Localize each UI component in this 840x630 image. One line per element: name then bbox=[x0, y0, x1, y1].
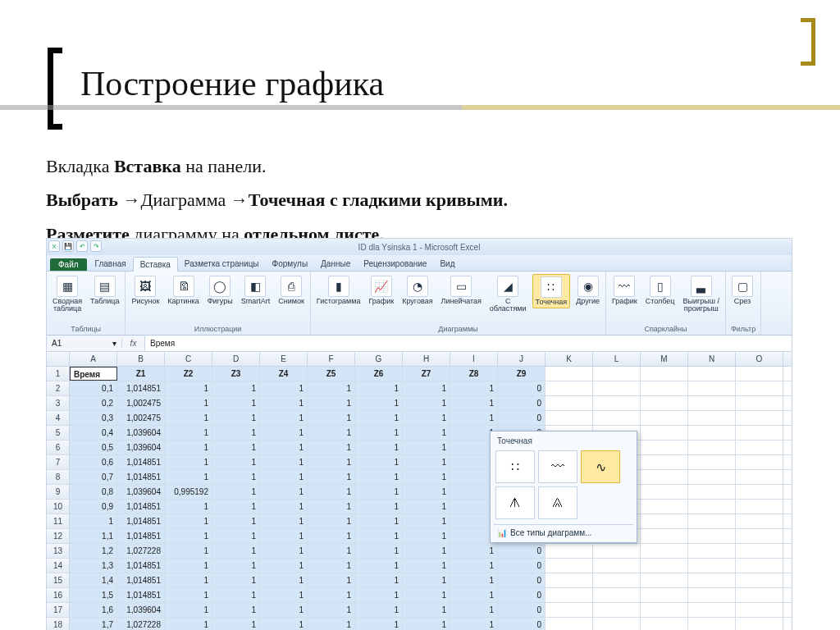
col-header-A[interactable]: A bbox=[70, 352, 117, 366]
row-header[interactable]: 16 bbox=[47, 588, 70, 602]
cell[interactable]: 1 bbox=[70, 514, 117, 528]
cell[interactable] bbox=[593, 603, 641, 617]
excel-icon[interactable]: X bbox=[48, 240, 60, 252]
cell[interactable]: 1 bbox=[165, 455, 212, 469]
cell[interactable]: 1 bbox=[355, 455, 403, 469]
cell[interactable]: 1,5 bbox=[70, 588, 117, 602]
cell[interactable]: 1 bbox=[308, 588, 355, 602]
cell[interactable]: 1 bbox=[165, 500, 212, 514]
cell[interactable] bbox=[688, 514, 736, 528]
cell[interactable]: 1 bbox=[260, 559, 308, 573]
cell[interactable]: 1 bbox=[308, 470, 355, 484]
cell[interactable]: 0,3 bbox=[70, 411, 117, 425]
cell[interactable]: 1,039604 bbox=[117, 426, 165, 440]
cell[interactable] bbox=[688, 426, 736, 440]
col-header-O[interactable]: O bbox=[736, 352, 783, 366]
cell[interactable]: 1 bbox=[260, 573, 308, 587]
cell[interactable]: 1 bbox=[308, 529, 355, 543]
cell[interactable]: 1 bbox=[355, 559, 403, 573]
cell[interactable]: 1,014851 bbox=[117, 529, 165, 543]
cell[interactable] bbox=[736, 485, 783, 499]
col-header-C[interactable]: C bbox=[165, 352, 212, 366]
cell[interactable]: 1 bbox=[165, 529, 212, 543]
cell[interactable] bbox=[593, 544, 641, 558]
cell[interactable]: 1 bbox=[450, 544, 498, 558]
col-header-B[interactable]: B bbox=[117, 352, 165, 366]
cell[interactable]: 1 bbox=[260, 426, 308, 440]
cell[interactable]: 1 bbox=[260, 455, 308, 469]
row-header[interactable]: 13 bbox=[47, 544, 70, 558]
cell[interactable] bbox=[688, 411, 736, 425]
ribbon-btn-charts-1[interactable]: 📈График bbox=[366, 274, 396, 307]
cell[interactable]: 1 bbox=[355, 411, 403, 425]
cell[interactable] bbox=[688, 618, 736, 630]
cell[interactable] bbox=[736, 500, 783, 514]
cell[interactable]: 1 bbox=[212, 544, 260, 558]
row-header[interactable]: 15 bbox=[47, 573, 70, 587]
cell[interactable]: 1 bbox=[403, 455, 450, 469]
ribbon-tab-5[interactable]: Рецензирование bbox=[357, 257, 433, 271]
cell[interactable]: 0,2 bbox=[70, 396, 117, 410]
cell[interactable]: Z3 bbox=[212, 367, 260, 381]
cell[interactable] bbox=[688, 470, 736, 484]
cell[interactable] bbox=[593, 573, 641, 587]
cell[interactable]: 1 bbox=[355, 529, 403, 543]
cell[interactable]: 1 bbox=[308, 603, 355, 617]
cell[interactable]: 1 bbox=[403, 514, 450, 528]
ribbon-btn-tables-1[interactable]: ▤Таблица bbox=[88, 274, 121, 307]
cell[interactable]: 0 bbox=[498, 396, 546, 410]
cell[interactable] bbox=[641, 396, 688, 410]
col-header-L[interactable]: L bbox=[593, 352, 641, 366]
cell[interactable]: 1 bbox=[403, 485, 450, 499]
cell[interactable] bbox=[688, 367, 736, 381]
ribbon-tab-1[interactable]: Вставка bbox=[133, 257, 178, 272]
cell[interactable] bbox=[546, 367, 593, 381]
cell[interactable]: 1 bbox=[212, 441, 260, 454]
select-all-corner[interactable] bbox=[47, 352, 70, 366]
cell[interactable]: Z9 bbox=[498, 367, 546, 381]
cell[interactable]: 1 bbox=[308, 381, 355, 395]
cell[interactable]: 1 bbox=[165, 426, 212, 440]
cell[interactable]: 1 bbox=[403, 573, 450, 587]
cell[interactable] bbox=[546, 396, 593, 410]
cell[interactable]: 1 bbox=[308, 544, 355, 558]
cell[interactable]: 1 bbox=[165, 381, 212, 395]
cell[interactable]: Время bbox=[70, 367, 117, 381]
cell[interactable]: 1,6 bbox=[70, 603, 117, 617]
cell[interactable]: 0,5 bbox=[70, 441, 117, 454]
cell[interactable] bbox=[688, 396, 736, 410]
cell[interactable] bbox=[688, 500, 736, 514]
cell[interactable]: Z1 bbox=[117, 367, 165, 381]
col-header-F[interactable]: F bbox=[308, 352, 355, 366]
redo-icon[interactable]: ↷ bbox=[90, 240, 102, 252]
ribbon-btn-charts-0[interactable]: ▮Гистограмма bbox=[314, 274, 363, 307]
cell[interactable]: 1 bbox=[355, 618, 403, 630]
name-box[interactable]: A1▾ bbox=[47, 339, 122, 348]
cell[interactable]: 0,1 bbox=[70, 381, 117, 395]
cell[interactable] bbox=[641, 426, 688, 440]
cell[interactable]: 1,014851 bbox=[117, 588, 165, 602]
cell[interactable]: 1 bbox=[355, 396, 403, 410]
cell[interactable]: 1,7 bbox=[70, 618, 117, 630]
ribbon-tab-6[interactable]: Вид bbox=[433, 257, 461, 271]
cell[interactable]: 1,039604 bbox=[117, 485, 165, 499]
cell[interactable]: 1 bbox=[260, 411, 308, 425]
cell[interactable]: 1 bbox=[165, 470, 212, 484]
cell[interactable] bbox=[688, 544, 736, 558]
cell[interactable]: 1,014851 bbox=[117, 573, 165, 587]
cell[interactable]: 1 bbox=[308, 455, 355, 469]
cell[interactable]: 1 bbox=[450, 559, 498, 573]
row-header[interactable]: 5 bbox=[47, 426, 70, 440]
cell[interactable]: 1 bbox=[212, 588, 260, 602]
cell[interactable]: 1 bbox=[403, 441, 450, 454]
cell[interactable]: 1 bbox=[403, 500, 450, 514]
cell[interactable]: 1 bbox=[165, 514, 212, 528]
col-header-I[interactable]: I bbox=[450, 352, 498, 366]
row-header[interactable]: 12 bbox=[47, 529, 70, 543]
row-header[interactable]: 10 bbox=[47, 500, 70, 514]
cell[interactable]: 1,1 bbox=[70, 529, 117, 543]
cell[interactable] bbox=[736, 441, 783, 454]
cell[interactable] bbox=[593, 411, 641, 425]
cell[interactable]: 1 bbox=[355, 470, 403, 484]
cell[interactable] bbox=[688, 381, 736, 395]
